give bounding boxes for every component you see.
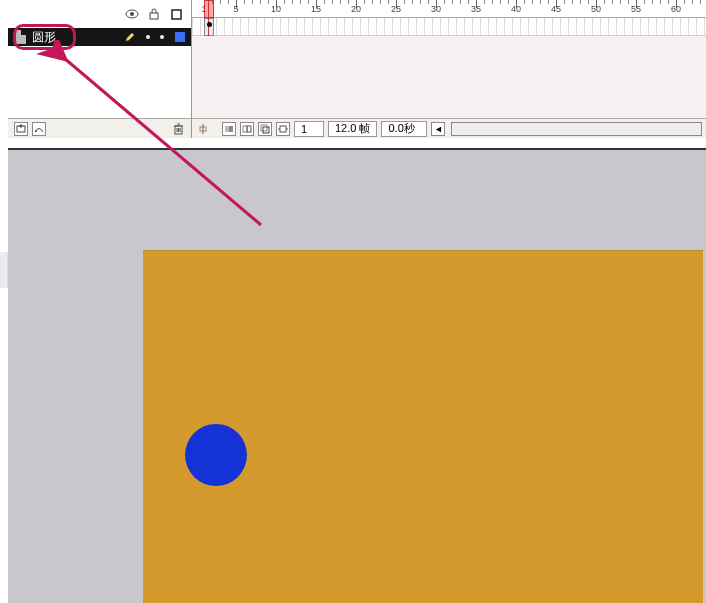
- layer-column: 圆形: [8, 0, 192, 120]
- edit-multiple-frames-button[interactable]: [258, 122, 272, 136]
- timeline-panel: 圆形 151015202530354045505560: [8, 0, 706, 140]
- current-frame-field[interactable]: 1: [294, 121, 324, 137]
- lock-dot[interactable]: [160, 35, 164, 39]
- frame-ruler[interactable]: 151015202530354045505560: [192, 0, 706, 18]
- svg-point-1: [130, 12, 134, 16]
- eye-icon[interactable]: [125, 7, 139, 21]
- pencil-icon: [125, 32, 135, 42]
- onion-skin-outline-button[interactable]: [240, 122, 254, 136]
- modify-onion-markers-button[interactable]: [276, 122, 290, 136]
- elapsed-time-field[interactable]: 0.0秒: [381, 121, 427, 137]
- add-guide-layer-button[interactable]: [32, 122, 46, 136]
- frame-row[interactable]: [192, 18, 706, 36]
- stage-viewport[interactable]: [8, 148, 706, 603]
- center-frame-button[interactable]: [196, 122, 210, 136]
- svg-rect-17: [229, 126, 233, 132]
- svg-rect-2: [150, 13, 158, 19]
- add-layer-button[interactable]: [14, 122, 28, 136]
- frame-area: 151015202530354045505560: [192, 0, 706, 120]
- ruler-number: 35: [471, 4, 481, 14]
- svg-point-7: [35, 130, 37, 132]
- layer-footer: [8, 118, 192, 138]
- frame-grid: [192, 18, 706, 35]
- ruler-number: 5: [233, 4, 238, 14]
- onion-skin-button[interactable]: [222, 122, 236, 136]
- svg-rect-16: [225, 126, 229, 132]
- svg-rect-3: [172, 10, 181, 19]
- layer-name[interactable]: 圆形: [32, 29, 125, 46]
- ruler-number: 60: [671, 4, 681, 14]
- frame-footer: 1 12.0 帧 0.0秒 ◄: [192, 118, 706, 138]
- ruler-number: 30: [431, 4, 441, 14]
- square-outline-icon[interactable]: [169, 7, 183, 21]
- ruler-number: 50: [591, 4, 601, 14]
- stage-canvas[interactable]: [143, 250, 703, 603]
- delete-layer-button[interactable]: [171, 122, 185, 136]
- svg-rect-21: [263, 127, 269, 133]
- scroll-left-button[interactable]: ◄: [431, 122, 445, 136]
- ruler-number: 45: [551, 4, 561, 14]
- layer-header: [8, 0, 191, 28]
- frame-scrollbar[interactable]: [451, 122, 702, 136]
- lock-icon[interactable]: [147, 7, 161, 21]
- visibility-dot[interactable]: [146, 35, 150, 39]
- ruler-number: 20: [351, 4, 361, 14]
- outline-color-swatch[interactable]: [175, 32, 185, 42]
- svg-rect-18: [243, 126, 247, 132]
- ruler-number: 55: [631, 4, 641, 14]
- svg-rect-22: [280, 126, 286, 132]
- ruler-number: 15: [311, 4, 321, 14]
- keyframe-dot: [207, 22, 212, 27]
- playhead[interactable]: [204, 0, 214, 36]
- ruler-number: 25: [391, 4, 401, 14]
- svg-rect-20: [261, 125, 267, 131]
- ruler-number: 40: [511, 4, 521, 14]
- svg-rect-19: [247, 126, 251, 132]
- ruler-number: 10: [271, 4, 281, 14]
- layer-row[interactable]: 圆形: [8, 28, 191, 46]
- blue-circle-shape[interactable]: [185, 424, 247, 486]
- fps-field[interactable]: 12.0 帧: [328, 121, 377, 137]
- layer-type-icon: [14, 30, 26, 44]
- side-toolbar-stub: [0, 252, 8, 288]
- frame-empty-area: [192, 36, 706, 120]
